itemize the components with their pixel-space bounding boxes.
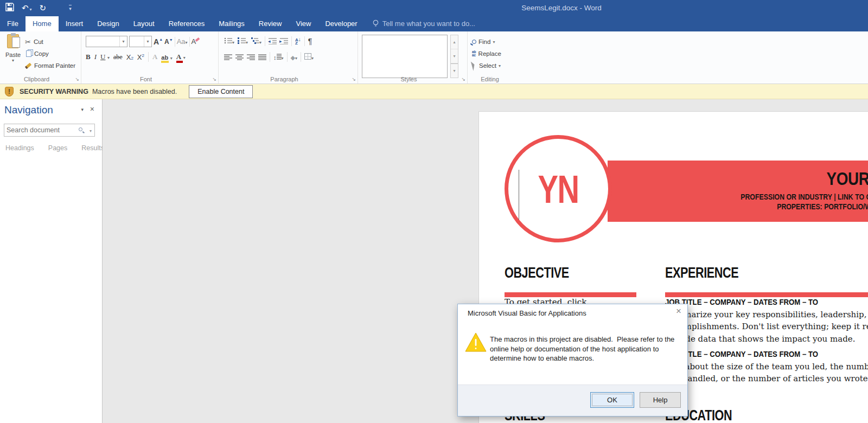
tab-developer[interactable]: Developer <box>318 16 364 31</box>
tell-me-box[interactable]: Tell me what you want to do... <box>365 16 481 31</box>
security-warning-bar: ! SECURITY WARNING Macros have been disa… <box>0 84 868 99</box>
line-spacing-button[interactable]: ↕▾ <box>273 52 284 62</box>
paste-button[interactable]: Paste ▾ <box>3 34 23 63</box>
tab-design[interactable]: Design <box>90 16 126 31</box>
highlight-color-button[interactable]: ab ▾ <box>161 53 172 61</box>
clear-formatting-button[interactable]: A <box>192 37 196 46</box>
bullets-button[interactable]: ▾ <box>224 36 234 46</box>
navigation-tab-pages[interactable]: Pages <box>48 144 67 152</box>
sort-button[interactable]: A↓Z <box>295 38 301 45</box>
search-options-dropdown-icon[interactable]: ▾ <box>90 129 92 133</box>
bold-button[interactable]: B <box>86 53 91 61</box>
select-button[interactable]: Select▾ <box>472 60 501 72</box>
title-bar: ↶▾ ↻ ▾ SeemsLegit.docx - Word <box>0 0 868 16</box>
copy-button[interactable]: Copy <box>25 48 75 60</box>
font-name-dropdown-icon[interactable]: ▾ <box>119 36 127 47</box>
navigation-tab-results[interactable]: Results <box>81 144 104 152</box>
font-size-dropdown-icon[interactable]: ▾ <box>144 36 151 47</box>
tell-me-label: Tell me what you want to do... <box>382 20 475 28</box>
tab-view[interactable]: View <box>289 16 318 31</box>
experience-heading: EXPERIENCE <box>665 265 738 281</box>
security-warning-message: Macros have been disabled. <box>92 88 177 95</box>
underline-button[interactable]: U ▾ <box>100 53 110 61</box>
objective-heading: OBJECTIVE <box>505 265 569 281</box>
styles-gallery-scrollbar[interactable]: ▴ ▾ ▾ <box>450 35 458 78</box>
vba-dialog-close-icon[interactable]: × <box>676 306 681 317</box>
highlight-icon: ab <box>161 54 168 63</box>
superscript-button[interactable]: X2 <box>137 53 144 61</box>
tab-references[interactable]: References <box>162 16 212 31</box>
styles-dialog-launcher[interactable]: ↘ <box>461 76 465 82</box>
navigation-close-icon[interactable]: × <box>90 105 94 113</box>
navigation-tab-headings[interactable]: Headings <box>5 144 34 152</box>
cut-icon: ✂ <box>25 38 31 46</box>
undo-button[interactable]: ↶▾ <box>22 0 32 16</box>
group-clipboard: Paste ▾ ✂Cut Copy Format Painter Clipboa… <box>0 31 81 84</box>
shading-button[interactable]: ◆▾ <box>291 52 297 62</box>
format-painter-button[interactable]: Format Painter <box>25 60 75 72</box>
customize-qat-icon[interactable]: ▾ <box>69 5 72 11</box>
styles-gallery[interactable] <box>362 35 448 78</box>
styles-group-label: Styles <box>358 76 459 82</box>
search-input[interactable] <box>7 125 71 135</box>
cut-button[interactable]: ✂Cut <box>25 36 75 48</box>
font-color-icon: A <box>176 53 181 63</box>
ok-button[interactable]: OK <box>590 392 634 408</box>
font-color-button[interactable]: A ▾ <box>176 53 186 61</box>
align-right-button[interactable] <box>247 54 255 60</box>
tab-insert[interactable]: Insert <box>59 16 91 31</box>
undo-dropdown-icon[interactable]: ▾ <box>30 7 32 12</box>
text-effects-button[interactable]: A <box>152 53 157 61</box>
italic-button[interactable]: I <box>94 53 97 61</box>
tab-mailings[interactable]: Mailings <box>212 16 252 31</box>
font-name-combobox[interactable]: ▾ <box>86 36 127 47</box>
ribbon-tab-bar: File Home Insert Design Layout Reference… <box>0 16 868 31</box>
experience-entry-title: JOB TITLE – COMPANY – DATES FROM – TO <box>665 296 868 309</box>
font-dialog-launcher[interactable]: ↘ <box>212 76 216 82</box>
numbering-button[interactable]: ▾ <box>238 36 248 46</box>
tab-home[interactable]: Home <box>25 16 59 31</box>
change-case-button[interactable]: Aa▾ <box>177 37 188 46</box>
align-center-button[interactable] <box>235 54 244 60</box>
vba-dialog-title: Microsoft Visual Basic for Applications <box>468 309 586 317</box>
shrink-font-button[interactable]: A▼ <box>164 38 173 46</box>
replace-button[interactable]: abacReplace <box>472 48 501 60</box>
navigation-options-dropdown-icon[interactable]: ▾ <box>81 107 84 112</box>
search-icon[interactable] <box>79 127 82 131</box>
find-button[interactable]: Find▾ <box>472 36 501 48</box>
numbered-list-icon <box>238 37 246 44</box>
clipboard-dialog-launcher[interactable]: ↘ <box>75 76 79 82</box>
align-left-button[interactable] <box>224 54 232 60</box>
decrease-indent-button[interactable]: ◂ <box>269 38 277 44</box>
strikethrough-button[interactable]: abe <box>113 53 123 61</box>
subscript-button[interactable]: X2 <box>126 53 133 61</box>
styles-scroll-down-icon[interactable]: ▾ <box>451 49 458 63</box>
justify-button[interactable] <box>258 54 266 60</box>
tab-layout[interactable]: Layout <box>126 16 162 31</box>
styles-scroll-up-icon[interactable]: ▴ <box>451 35 458 49</box>
navigation-search-box[interactable]: ▾ <box>4 124 95 137</box>
shading-icon: ◆ <box>291 54 295 61</box>
increase-indent-button[interactable]: ▸ <box>280 38 288 44</box>
show-formatting-marks-button[interactable]: ¶ <box>308 37 312 46</box>
save-icon[interactable] <box>5 3 14 14</box>
grow-font-button[interactable]: A▲ <box>154 37 163 46</box>
navigation-pane-title: Navigation <box>4 104 53 116</box>
find-icon <box>472 40 476 44</box>
font-size-combobox[interactable]: ▾ <box>129 36 152 47</box>
help-button[interactable]: Help <box>640 392 681 408</box>
tab-file[interactable]: File <box>0 16 25 31</box>
borders-button[interactable]: ▾ <box>304 52 314 62</box>
multilevel-list-button[interactable]: ▾ <box>251 36 261 46</box>
warning-triangle-icon <box>465 332 487 355</box>
group-editing: Find▾ abacReplace Select▾ Editing <box>468 31 512 84</box>
resume-name: YOUR NAME <box>826 168 868 189</box>
enable-content-button[interactable]: Enable Content <box>189 85 253 98</box>
redo-button[interactable]: ↻ <box>40 0 47 16</box>
paragraph-dialog-launcher[interactable]: ↘ <box>352 76 356 82</box>
tab-review[interactable]: Review <box>252 16 289 31</box>
format-painter-icon <box>25 62 31 69</box>
multilevel-list-icon <box>251 37 259 44</box>
underline-dropdown-icon[interactable]: ▾ <box>107 55 110 60</box>
paste-dropdown-icon[interactable]: ▾ <box>3 58 23 63</box>
